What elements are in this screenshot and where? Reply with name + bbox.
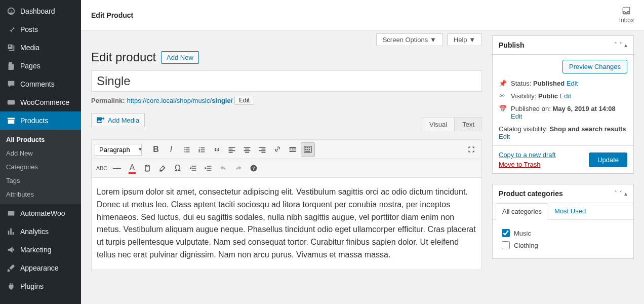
text-color-button[interactable]: A — [125, 161, 139, 175]
format-select[interactable]: Paragraph — [95, 144, 142, 156]
update-button[interactable]: Update — [589, 153, 627, 167]
category-item[interactable]: Clothing — [499, 239, 627, 251]
sidebar-item-products[interactable]: Products — [0, 111, 81, 130]
sidebar-item-label: Plugins — [20, 282, 44, 290]
calendar-icon: 📅 — [499, 105, 507, 112]
move-down-icon[interactable]: ˅ — [619, 190, 622, 197]
move-down-icon[interactable]: ˅ — [619, 42, 622, 49]
submenu-item[interactable]: Categories — [0, 160, 81, 174]
category-checkbox[interactable] — [502, 241, 510, 249]
editor-content[interactable]: Lorem ipsum dolor sit amet, consectetur … — [92, 178, 481, 270]
bullet-list-button[interactable] — [179, 142, 193, 157]
admin-sidebar: DashboardPostsMediaPagesCommentsWooComme… — [0, 0, 81, 304]
pages-icon — [6, 61, 16, 71]
tab-all-categories[interactable]: All categories — [496, 203, 548, 220]
sidebar-item-automatewoo[interactable]: AutomateWoo — [0, 204, 81, 222]
edit-status-link[interactable]: Edit — [567, 80, 578, 87]
submenu-item[interactable]: Attributes — [0, 187, 81, 201]
submenu-item[interactable]: Tags — [0, 174, 81, 187]
sidebar-item-dashboard[interactable]: Dashboard — [0, 2, 81, 20]
inbox-button[interactable]: Inbox — [619, 6, 634, 24]
category-checkbox[interactable] — [502, 229, 510, 237]
permalink-edit-button[interactable]: Edit — [234, 96, 254, 105]
help-button[interactable]: Help ▼ — [447, 33, 482, 46]
outdent-button[interactable] — [186, 161, 200, 175]
chart-icon — [6, 226, 16, 237]
toolbar-toggle-button[interactable] — [301, 142, 315, 157]
link-button[interactable] — [270, 142, 285, 157]
sidebar-item-label: Appearance — [20, 264, 59, 272]
add-media-button[interactable]: Add Media — [91, 113, 145, 127]
clear-format-button[interactable] — [155, 161, 170, 175]
sidebar-item-plugins[interactable]: Plugins — [0, 277, 81, 295]
media-icon — [6, 43, 16, 53]
toggle-icon[interactable]: ▴ — [624, 190, 627, 197]
sidebar-item-comments[interactable]: Comments — [0, 75, 81, 93]
screen-options-button[interactable]: Screen Options ▼ — [376, 33, 443, 46]
special-char-button[interactable]: Ω — [171, 161, 185, 175]
categories-box: Product categories ˄ ˅ ▴ All categories … — [492, 184, 634, 259]
edit-visibility-link[interactable]: Edit — [560, 92, 571, 100]
readmore-button[interactable] — [286, 142, 300, 157]
undo-button[interactable] — [216, 161, 230, 175]
categories-title: Product categories — [499, 189, 563, 198]
align-center-button[interactable] — [240, 142, 254, 157]
comment-icon — [6, 79, 16, 89]
svg-rect-0 — [8, 100, 15, 105]
svg-rect-3 — [305, 147, 307, 148]
move-up-icon[interactable]: ˄ — [614, 42, 617, 49]
sidebar-item-pages[interactable]: Pages — [0, 57, 81, 75]
preview-changes-button[interactable]: Preview Changes — [562, 60, 627, 73]
sidebar-item-label: AutomateWoo — [20, 209, 65, 217]
fullscreen-button[interactable] — [464, 142, 478, 157]
sidebar-item-analytics[interactable]: Analytics — [0, 222, 81, 241]
sidebar-item-posts[interactable]: Posts — [0, 20, 81, 39]
tab-most-used[interactable]: Most Used — [548, 203, 592, 219]
italic-button[interactable]: I — [164, 142, 178, 157]
permalink-url[interactable]: https://core.local/shop/music/single/ — [127, 97, 232, 104]
submenu-item[interactable]: All Products — [0, 133, 81, 146]
copy-draft-link[interactable]: Copy to a new draft — [499, 151, 556, 159]
paste-text-button[interactable] — [140, 161, 154, 175]
sidebar-item-label: Posts — [20, 25, 38, 33]
aw-icon — [6, 208, 16, 218]
sidebar-item-label: WooCommerce — [20, 98, 69, 106]
blockquote-button[interactable] — [210, 142, 224, 157]
pin-icon: 📌 — [499, 80, 507, 87]
editor-toolbar-row2: ABC — A Ω ? — [92, 159, 481, 178]
bold-button[interactable]: B — [149, 142, 163, 157]
hr-button[interactable]: — — [110, 161, 124, 175]
submenu-item[interactable]: Add New — [0, 146, 81, 160]
eye-icon: 👁 — [499, 92, 507, 100]
add-new-button[interactable]: Add New — [161, 51, 199, 64]
number-list-button[interactable] — [194, 142, 209, 157]
align-right-button[interactable] — [255, 142, 269, 157]
align-left-button[interactable] — [225, 142, 239, 157]
svg-rect-1 — [8, 211, 15, 216]
brush-icon — [6, 263, 16, 273]
indent-button[interactable] — [201, 161, 215, 175]
strikethrough-button[interactable]: ABC — [95, 161, 109, 175]
pin-icon — [6, 24, 16, 34]
move-up-icon[interactable]: ˄ — [614, 190, 617, 197]
sidebar-item-media[interactable]: Media — [0, 39, 81, 57]
woo-icon — [6, 97, 16, 107]
product-title-input[interactable] — [91, 70, 482, 92]
permalink-row: Permalink: https://core.local/shop/music… — [91, 96, 482, 105]
sidebar-item-appearance[interactable]: Appearance — [0, 259, 81, 277]
help-icon-button[interactable]: ? — [247, 161, 261, 175]
inbox-icon — [622, 6, 631, 15]
edit-catalog-link[interactable]: Edit — [499, 133, 510, 140]
redo-button[interactable] — [231, 161, 246, 175]
sidebar-item-marketing[interactable]: Marketing — [0, 241, 81, 259]
tab-visual[interactable]: Visual — [422, 117, 455, 131]
dashboard-icon — [6, 6, 16, 16]
tab-text[interactable]: Text — [455, 117, 482, 131]
top-bar: Edit Product Inbox — [81, 0, 644, 30]
category-item[interactable]: Music — [499, 227, 627, 239]
edit-date-link[interactable]: Edit — [511, 112, 522, 120]
move-to-trash-link[interactable]: Move to Trash — [499, 161, 556, 168]
toggle-icon[interactable]: ▴ — [624, 42, 627, 49]
sidebar-item-woocommerce[interactable]: WooCommerce — [0, 93, 81, 111]
publish-title: Publish — [499, 41, 525, 49]
